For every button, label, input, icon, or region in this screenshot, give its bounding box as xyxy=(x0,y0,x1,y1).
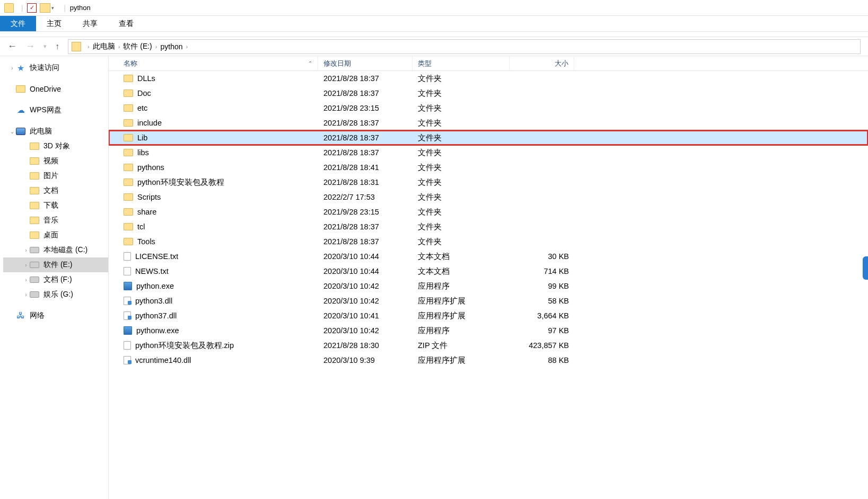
ribbon-tab-file[interactable]: 文件 xyxy=(0,16,36,31)
edge-assist-tab[interactable] xyxy=(863,256,868,280)
tree-subitem[interactable]: 图片 xyxy=(3,168,108,183)
cell-date: 2020/3/10 9:39 xyxy=(318,356,413,364)
column-header-type[interactable]: 类型 xyxy=(413,56,510,70)
file-row[interactable]: Lib2021/8/28 18:37文件夹 xyxy=(109,130,868,145)
tree-subitem[interactable]: ›文档 (F:) xyxy=(3,272,108,287)
tree-subitem[interactable]: ›本地磁盘 (C:) xyxy=(3,243,108,257)
file-row[interactable]: python3.dll2020/3/10 10:42应用程序扩展58 KB xyxy=(109,293,868,308)
file-row[interactable]: python环境安装包及教程.zip2021/8/28 18:30ZIP 文件4… xyxy=(109,338,868,353)
titlebar: | ✓ ▾ | python xyxy=(0,0,868,16)
folder-icon xyxy=(124,164,133,171)
collapse-icon[interactable]: ⌄ xyxy=(8,129,16,135)
drive-icon xyxy=(30,290,39,299)
cell-date: 2021/8/28 18:37 xyxy=(318,89,413,97)
expand-icon[interactable]: › xyxy=(22,277,30,283)
cell-size: 58 KB xyxy=(510,297,574,305)
tree-subitem[interactable]: 下载 xyxy=(3,198,108,213)
file-row[interactable]: tcl2021/8/28 18:37文件夹 xyxy=(109,219,868,234)
file-row[interactable]: LICENSE.txt2020/3/10 10:44文本文档30 KB xyxy=(109,249,868,264)
cell-type: 文件夹 xyxy=(413,222,510,232)
file-name: Lib xyxy=(137,133,147,142)
file-row[interactable]: Scripts2022/2/7 17:53文件夹 xyxy=(109,190,868,204)
file-row[interactable]: etc2021/9/28 23:15文件夹 xyxy=(109,101,868,115)
tree-onedrive[interactable]: OneDrive xyxy=(3,82,108,96)
tree-this-pc[interactable]: ⌄ 此电脑 xyxy=(3,124,108,139)
ribbon-tab-view[interactable]: 查看 xyxy=(108,16,144,31)
file-row[interactable]: NEWS.txt2020/3/10 10:44文本文档714 KB xyxy=(109,264,868,279)
file-row[interactable]: libs2021/8/28 18:37文件夹 xyxy=(109,145,868,160)
cell-date: 2020/3/10 10:42 xyxy=(318,326,413,335)
qat-properties-icon[interactable]: ✓ xyxy=(27,3,37,13)
tree-wps[interactable]: ☁ WPS网盘 xyxy=(3,103,108,118)
nav-up-icon[interactable]: ↑ xyxy=(55,42,59,51)
folder-icon xyxy=(124,179,133,186)
column-header-name[interactable]: 名称 ⌃ xyxy=(109,56,318,70)
ribbon-tab-share[interactable]: 共享 xyxy=(72,16,108,31)
computer-icon xyxy=(16,127,25,136)
file-row[interactable]: Doc2021/8/28 18:37文件夹 xyxy=(109,86,868,101)
file-list[interactable]: DLLs2021/8/28 18:37文件夹Doc2021/8/28 18:37… xyxy=(109,71,868,499)
chevron-right-icon[interactable]: › xyxy=(186,43,188,50)
file-row[interactable]: share2021/9/28 23:15文件夹 xyxy=(109,204,868,219)
tree-item-label: 软件 (E:) xyxy=(43,260,72,270)
tree-item-label: 文档 xyxy=(43,186,58,195)
drive-icon xyxy=(30,245,39,255)
file-row[interactable]: Tools2021/8/28 18:37文件夹 xyxy=(109,234,868,249)
file-row[interactable]: include2021/8/28 18:37文件夹 xyxy=(109,115,868,130)
breadcrumb[interactable]: 此电脑 xyxy=(93,42,115,51)
expand-icon[interactable]: › xyxy=(22,292,30,298)
folder-icon xyxy=(30,171,39,181)
tree-subitem[interactable]: 视频 xyxy=(3,154,108,168)
ribbon-tab-home[interactable]: 主页 xyxy=(36,16,72,31)
tree-subitem[interactable]: 3D 对象 xyxy=(3,139,108,154)
nav-forward-icon[interactable]: → xyxy=(25,41,35,52)
address-bar[interactable]: › 此电脑 › 软件 (E:) › python › xyxy=(68,39,861,54)
column-header-size[interactable]: 大小 xyxy=(510,56,574,70)
tree-subitem[interactable]: 文档 xyxy=(3,183,108,198)
folder-icon xyxy=(124,193,133,201)
expand-icon[interactable]: › xyxy=(22,247,30,253)
cell-type: 文件夹 xyxy=(413,103,510,113)
chevron-right-icon[interactable]: › xyxy=(155,43,157,50)
breadcrumb[interactable]: 软件 (E:) xyxy=(123,42,152,51)
cell-size: 88 KB xyxy=(510,356,574,364)
nav-recent-dropdown-icon[interactable]: ▾ xyxy=(43,43,47,50)
tree-subitem[interactable]: 音乐 xyxy=(3,213,108,228)
file-row[interactable]: python.exe2020/3/10 10:42应用程序99 KB xyxy=(109,279,868,293)
address-folder-icon xyxy=(72,42,81,51)
cell-type: 文本文档 xyxy=(413,252,510,262)
expand-icon[interactable]: › xyxy=(8,65,16,71)
tree-subitem[interactable]: ›软件 (E:) xyxy=(3,257,108,272)
main-content: › ★ 快速访问 OneDrive ☁ WPS网盘 ⌄ 此电脑 3D 对象视频图… xyxy=(0,56,868,499)
file-row[interactable]: python37.dll2020/3/10 10:41应用程序扩展3,664 K… xyxy=(109,308,868,323)
cell-name: share xyxy=(109,208,318,216)
dll-icon xyxy=(124,311,131,320)
expand-icon[interactable]: › xyxy=(22,262,30,268)
folder-icon xyxy=(124,75,133,82)
file-row[interactable]: pythonw.exe2020/3/10 10:42应用程序97 KB xyxy=(109,323,868,338)
qat-folder-icon[interactable] xyxy=(40,3,50,13)
file-row[interactable]: pythons2021/8/28 18:41文件夹 xyxy=(109,160,868,175)
file-row[interactable]: python环境安装包及教程2021/8/28 18:31文件夹 xyxy=(109,175,868,190)
nav-back-icon[interactable]: ← xyxy=(7,41,17,52)
txt-icon xyxy=(124,267,131,275)
cell-name: Scripts xyxy=(109,193,318,201)
column-header-date[interactable]: 修改日期 xyxy=(318,56,413,70)
tree-quick-access[interactable]: › ★ 快速访问 xyxy=(3,60,108,75)
file-row[interactable]: DLLs2021/8/28 18:37文件夹 xyxy=(109,71,868,86)
tree-subitem[interactable]: ›娱乐 (G:) xyxy=(3,287,108,302)
file-row[interactable]: vcruntime140.dll2020/3/10 9:39应用程序扩展88 K… xyxy=(109,353,868,368)
tree-subitem[interactable]: 桌面 xyxy=(3,228,108,243)
tree-network[interactable]: 🖧 网络 xyxy=(3,308,108,323)
cell-name: LICENSE.txt xyxy=(109,252,318,261)
breadcrumb[interactable]: python xyxy=(160,42,182,51)
cell-date: 2021/9/28 23:15 xyxy=(318,104,413,112)
chevron-right-icon[interactable]: › xyxy=(118,43,120,50)
file-name: python.exe xyxy=(136,282,174,290)
chevron-right-icon[interactable]: › xyxy=(87,43,90,50)
file-name: python37.dll xyxy=(135,311,177,320)
cell-name: pythonw.exe xyxy=(109,326,318,335)
cell-type: ZIP 文件 xyxy=(413,341,510,351)
qat-dropdown-icon[interactable]: ▾ xyxy=(51,5,54,11)
folder-icon xyxy=(124,90,133,97)
